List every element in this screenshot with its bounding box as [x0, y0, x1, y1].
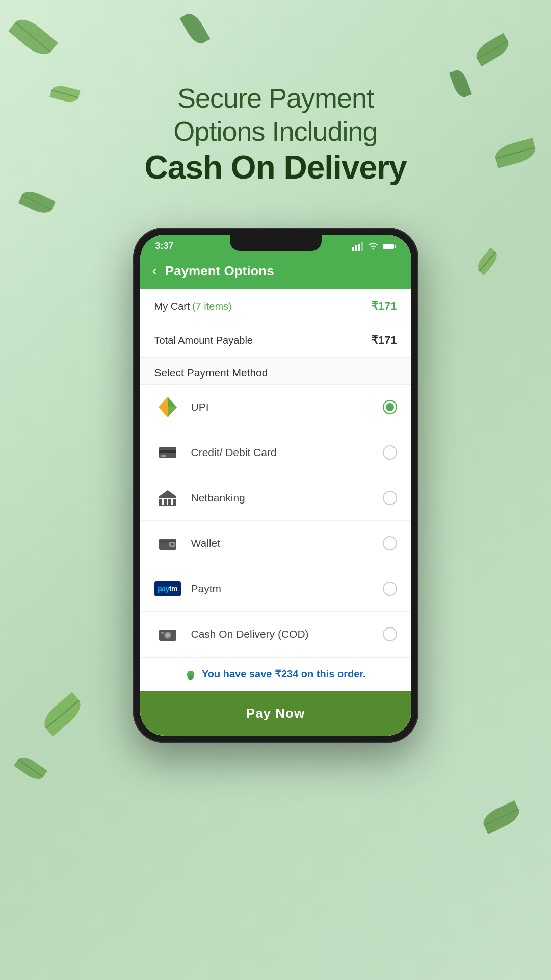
payment-option-upi[interactable]: UPI: [140, 385, 411, 430]
wallet-label: Wallet: [191, 537, 383, 549]
promo-title-bold: Cash On Delivery: [0, 148, 551, 187]
status-icons: [352, 242, 396, 251]
payment-option-card[interactable]: Credit/ Debit Card: [140, 430, 411, 475]
wifi-icon: [368, 242, 379, 251]
screen-content: My Cart (7 items) ₹171 Total Amount Paya…: [140, 289, 411, 736]
paytm-radio[interactable]: [383, 582, 397, 596]
payment-option-netbanking[interactable]: Netbanking: [140, 475, 411, 521]
phone-mockup: 3:37: [0, 228, 551, 743]
card-radio[interactable]: [383, 445, 397, 460]
promo-header: Secure Payment Options Including Cash On…: [0, 0, 551, 217]
svg-rect-27: [161, 632, 164, 634]
radio-selected-indicator: [386, 403, 394, 411]
svg-rect-4: [383, 244, 394, 249]
svg-rect-17: [173, 499, 176, 505]
svg-point-22: [171, 543, 174, 546]
svg-rect-12: [161, 455, 166, 457]
svg-rect-3: [361, 242, 363, 251]
svg-point-26: [166, 633, 170, 637]
savings-bar: You have save ₹234 on this order.: [140, 657, 411, 691]
svg-marker-8: [168, 407, 177, 417]
cod-radio[interactable]: [383, 627, 397, 641]
wallet-radio[interactable]: [383, 536, 397, 550]
card-icon: [154, 439, 181, 466]
svg-rect-5: [395, 245, 396, 248]
svg-rect-23: [159, 541, 176, 542]
screen-title: Payment Options: [165, 263, 274, 279]
paytm-icon: paytm: [154, 575, 181, 602]
svg-rect-1: [355, 245, 357, 251]
netbanking-label: Netbanking: [191, 492, 383, 504]
cart-summary-row: My Cart (7 items) ₹171: [140, 289, 411, 323]
leaf-decoration: [14, 753, 47, 784]
svg-rect-13: [159, 496, 176, 498]
svg-rect-15: [164, 499, 167, 505]
phone-screen: 3:37: [140, 235, 411, 736]
wallet-icon: [154, 530, 181, 557]
status-bar: 3:37: [140, 235, 411, 255]
savings-text: You have save ₹234 on this order.: [202, 668, 366, 680]
signal-icon: [352, 242, 363, 251]
savings-leaf-icon: [185, 670, 196, 681]
total-label: Total Amount Payable: [154, 335, 253, 346]
svg-marker-7: [168, 397, 177, 407]
paytm-logo: paytm: [154, 581, 181, 596]
svg-rect-0: [352, 247, 354, 251]
leaf-decoration: [480, 800, 522, 834]
cart-items-count: (7 items): [192, 300, 232, 312]
cart-price: ₹171: [371, 299, 397, 313]
svg-rect-18: [159, 505, 176, 506]
back-button[interactable]: ‹: [152, 263, 157, 279]
notch: [230, 235, 322, 251]
promo-subtitle-line1: Secure Payment: [0, 82, 551, 115]
upi-icon: [154, 394, 181, 420]
svg-marker-9: [159, 407, 168, 417]
time-display: 3:37: [155, 241, 174, 252]
pay-now-button[interactable]: Pay Now: [140, 691, 411, 736]
cod-label: Cash On Delivery (COD): [191, 628, 383, 640]
payment-option-wallet[interactable]: Wallet: [140, 521, 411, 566]
promo-subtitle-line2: Options Including: [0, 115, 551, 148]
payment-option-paytm[interactable]: paytm Paytm: [140, 566, 411, 612]
total-row: Total Amount Payable ₹171: [140, 323, 411, 358]
paytm-label: Paytm: [191, 583, 383, 595]
netbanking-radio[interactable]: [383, 491, 397, 505]
total-price: ₹171: [371, 334, 397, 347]
svg-rect-2: [358, 244, 360, 251]
app-header: ‹ Payment Options: [140, 255, 411, 289]
upi-radio[interactable]: [383, 400, 397, 414]
netbanking-icon: [154, 485, 181, 511]
cart-label: My Cart (7 items): [154, 300, 232, 312]
upi-label: UPI: [191, 401, 383, 413]
svg-rect-11: [159, 450, 176, 453]
cart-text: My Cart: [154, 300, 190, 312]
card-label: Credit/ Debit Card: [191, 446, 383, 459]
svg-rect-14: [159, 499, 162, 505]
payment-option-cod[interactable]: Cash On Delivery (COD): [140, 612, 411, 657]
svg-marker-19: [159, 490, 176, 496]
svg-rect-16: [168, 499, 171, 505]
select-method-label: Select Payment Method: [140, 358, 411, 385]
phone-frame: 3:37: [133, 228, 418, 743]
battery-icon: [383, 243, 396, 250]
cod-icon: [154, 621, 181, 647]
